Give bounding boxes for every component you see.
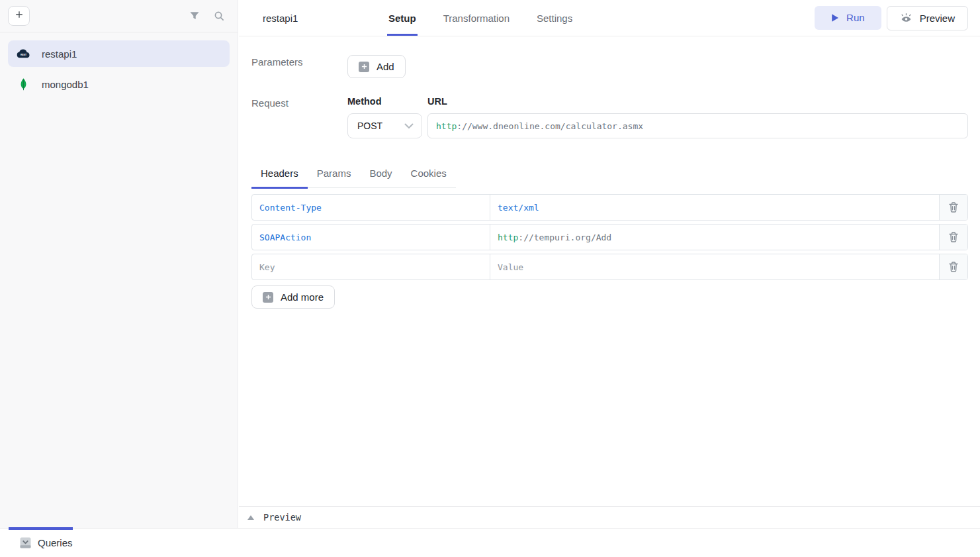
- method-value: POST: [357, 121, 382, 131]
- url-rest: ://www.dneonline.com/calculator.asmx: [457, 121, 643, 131]
- response-preview-toggle[interactable]: Preview: [239, 506, 980, 528]
- main-panel: restapi1 Setup Transformation Settings R…: [239, 0, 980, 528]
- filter-icon[interactable]: [187, 8, 202, 24]
- header-value-field[interactable]: http://tempuri.org/Add: [490, 225, 940, 250]
- queries-tab[interactable]: Queries: [20, 529, 73, 557]
- tab-cookies[interactable]: Cookies: [402, 162, 456, 189]
- preview-button[interactable]: Preview: [887, 6, 968, 30]
- headers-table: Content-Type text/xml SOAPAction http://…: [251, 194, 968, 280]
- sidebar-header: [0, 0, 238, 32]
- sidebar-item-label: mongodb1: [42, 79, 89, 90]
- chevron-down-icon: [404, 123, 414, 129]
- header-value-input[interactable]: [490, 254, 939, 279]
- sidebar-item-mongodb1[interactable]: mongodb1: [8, 71, 230, 97]
- trash-icon: [949, 232, 958, 242]
- delete-row-button[interactable]: [940, 225, 967, 250]
- play-icon: [831, 13, 839, 23]
- plus-square-icon: [263, 292, 273, 303]
- url-label: URL: [427, 96, 968, 107]
- tab-settings[interactable]: Settings: [535, 0, 574, 36]
- header-value-cell: [490, 254, 940, 279]
- header-row-1: Content-Type text/xml: [251, 194, 968, 221]
- query-mode-tabs: Setup Transformation Settings: [387, 0, 598, 36]
- collapse-arrow-icon: [247, 515, 254, 520]
- sidebar-item-label: restapi1: [42, 48, 77, 60]
- trash-icon: [949, 202, 958, 213]
- tab-body[interactable]: Body: [360, 162, 401, 189]
- method-column: Method POST: [347, 96, 422, 138]
- header-value-field[interactable]: text/xml: [490, 195, 940, 220]
- parameters-row: Parameters Add: [251, 55, 968, 78]
- delete-row-button[interactable]: [940, 195, 967, 220]
- tab-params[interactable]: Params: [308, 162, 361, 189]
- parameters-label: Parameters: [251, 55, 347, 68]
- request-row: Request Method POST URL http://www.dneon…: [251, 96, 968, 138]
- header-row-2: SOAPAction http://tempuri.org/Add: [251, 224, 968, 250]
- add-entity-button[interactable]: [8, 6, 30, 26]
- mongodb-leaf-icon: [16, 77, 31, 91]
- run-button[interactable]: Run: [815, 6, 881, 30]
- eye-icon: [900, 13, 913, 24]
- run-button-label: Run: [846, 12, 865, 23]
- preview-button-label: Preview: [920, 13, 955, 24]
- url-column: URL http://www.dneonline.com/calculator.…: [427, 96, 968, 138]
- queries-tab-label: Queries: [38, 537, 73, 548]
- query-title: restapi1: [263, 13, 387, 24]
- header-key-cell: [252, 254, 490, 279]
- svg-text:REST: REST: [21, 54, 27, 56]
- header-key-field[interactable]: SOAPAction: [252, 225, 490, 250]
- preview-bar-label: Preview: [263, 512, 301, 523]
- url-scheme: http: [436, 121, 457, 131]
- plus-icon: [15, 10, 24, 22]
- method-select[interactable]: POST: [347, 113, 422, 138]
- plus-square-icon: [359, 62, 369, 72]
- delete-row-button[interactable]: [940, 254, 967, 279]
- value-rest: ://tempuri.org/Add: [518, 232, 611, 242]
- url-input[interactable]: http://www.dneonline.com/calculator.asmx: [427, 113, 968, 138]
- tab-setup[interactable]: Setup: [387, 0, 418, 36]
- search-icon[interactable]: [211, 8, 227, 24]
- header-key-field[interactable]: Content-Type: [252, 195, 490, 220]
- method-label: Method: [347, 96, 422, 107]
- topbar-actions: Run Preview: [815, 6, 968, 30]
- entity-sidebar: REST restapi1 mongodb1: [0, 0, 238, 528]
- tab-headers[interactable]: Headers: [251, 162, 308, 189]
- queries-panel-icon: [20, 537, 31, 548]
- add-parameter-button[interactable]: Add: [347, 55, 406, 78]
- bottom-bar: Queries: [0, 528, 980, 557]
- request-label: Request: [251, 96, 347, 109]
- sidebar-item-restapi1[interactable]: REST restapi1: [8, 40, 230, 67]
- query-list: REST restapi1 mongodb1: [0, 32, 238, 109]
- setup-form: Parameters Add Request Method POST: [239, 36, 980, 309]
- add-parameter-label: Add: [377, 61, 394, 72]
- query-topbar: restapi1 Setup Transformation Settings R…: [239, 0, 980, 36]
- header-row-empty: [251, 254, 968, 280]
- add-more-button[interactable]: Add more: [251, 285, 335, 309]
- request-config-tabs: Headers Params Body Cookies: [251, 162, 456, 188]
- tab-transformation[interactable]: Transformation: [442, 0, 511, 36]
- trash-icon: [949, 262, 958, 272]
- value-scheme: http: [498, 232, 518, 242]
- add-more-label: Add more: [281, 291, 324, 303]
- rest-api-cloud-icon: REST: [16, 48, 31, 59]
- header-key-input[interactable]: [252, 254, 490, 279]
